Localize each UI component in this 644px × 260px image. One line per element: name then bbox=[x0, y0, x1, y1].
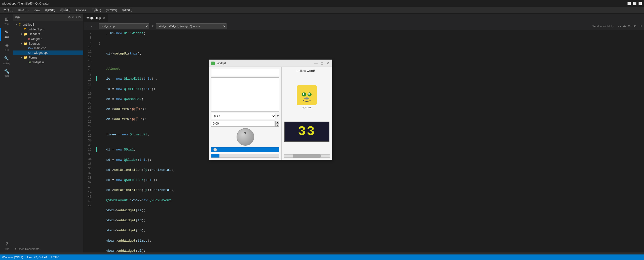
tree-item-untitled3pro[interactable]: ⚙ untitled3.pro bbox=[13, 27, 83, 32]
debug-icon: 🔧 bbox=[4, 56, 10, 62]
line-num-40: 40 bbox=[84, 185, 93, 190]
tree-item-widgetcpp[interactable]: C++ widget.cpp bbox=[13, 50, 83, 55]
pro-file-icon: ⚙ bbox=[24, 27, 27, 31]
widget-right-scrollbar[interactable] bbox=[284, 154, 330, 158]
svg-point-4 bbox=[308, 93, 310, 95]
help-icon: ? bbox=[5, 241, 8, 247]
tree-item-widgetui[interactable]: 🗎 widget.ui bbox=[13, 60, 83, 65]
widget-text-edit[interactable] bbox=[211, 77, 279, 112]
menu-debug[interactable]: 调试(D) bbox=[58, 8, 73, 13]
svg-point-0 bbox=[299, 88, 314, 103]
widget-logo-container: QQTUBE bbox=[297, 85, 317, 109]
open-documents-arrow: ▶ bbox=[15, 248, 17, 250]
widget-hellow-label: hellow word! bbox=[297, 69, 317, 73]
nav-forward-button[interactable]: › bbox=[90, 24, 93, 29]
status-line-col: Line: 42, Col: 41 bbox=[27, 256, 47, 259]
widget-lcd-display: 33 bbox=[284, 122, 329, 142]
project-folder-icon: ⚙ bbox=[19, 23, 22, 26]
widget-close-button[interactable]: ✕ bbox=[326, 61, 330, 65]
line-num-17: 17 bbox=[84, 78, 93, 82]
widget-left-panel: 傻子1 傻子2 ▼ 0:00 ▲ ▼ bbox=[209, 67, 282, 160]
menu-edit[interactable]: 编辑(E) bbox=[16, 8, 31, 13]
nav-up-button[interactable]: ↑ bbox=[94, 24, 98, 29]
sidebar-icons: ⊞ 欢迎 ✎ 编辑 ◈ 设计 🔧 Debug 🔧 项目 ? 帮助 bbox=[0, 14, 13, 252]
line-num-35: 35 bbox=[84, 162, 93, 167]
nav-back-button[interactable]: ‹ bbox=[86, 24, 89, 29]
add-button[interactable]: + bbox=[75, 15, 78, 20]
line-num-27: 27 bbox=[84, 124, 93, 129]
tab-close-button[interactable]: ✕ bbox=[103, 16, 105, 20]
line-num-30: 30 bbox=[84, 138, 93, 143]
edit-label: 编辑 bbox=[5, 36, 9, 39]
tree-item-forms[interactable]: ▼ 📁 Forms bbox=[13, 55, 83, 60]
time-up-button[interactable]: ▲ bbox=[275, 121, 279, 124]
menu-view[interactable]: View bbox=[31, 8, 43, 13]
code-line-27: vbox->addWidget(td); bbox=[97, 218, 644, 223]
dial-knob bbox=[244, 132, 246, 134]
tree-item-sources[interactable]: ▼ 📁 Sources bbox=[13, 41, 83, 46]
line-num-21: 21 bbox=[84, 96, 93, 101]
code-line-7: , ui(new Ui::Widget) bbox=[97, 31, 644, 36]
widget-slider[interactable] bbox=[211, 147, 279, 152]
cpp-file-icon-main: C++ bbox=[28, 47, 33, 50]
menu-build[interactable]: 构建(B) bbox=[43, 8, 58, 13]
time-down-button[interactable]: ▼ bbox=[275, 124, 279, 127]
widget-title-bar[interactable]: Widget — □ ✕ bbox=[209, 60, 332, 67]
sidebar-item-welcome[interactable]: ⊞ 欢迎 bbox=[0, 15, 13, 28]
panel-bottom: ▶ Open Documents... bbox=[13, 245, 83, 252]
tree-item-maincpp[interactable]: C++ main.cpp bbox=[13, 46, 83, 50]
maximize-button[interactable]: ❐ bbox=[633, 2, 636, 5]
sidebar-item-edit[interactable]: ✎ 编辑 bbox=[0, 28, 13, 41]
widget-maximize-button[interactable]: □ bbox=[320, 61, 324, 65]
scrollbar-thumb bbox=[293, 154, 320, 158]
sidebar-item-help[interactable]: ? 帮助 bbox=[0, 239, 13, 252]
menu-file[interactable]: 文件(F) bbox=[1, 8, 16, 13]
line-num-29: 29 bbox=[84, 134, 93, 138]
widget-time-edit[interactable]: 0:00 bbox=[211, 121, 275, 127]
edit-icon: ✎ bbox=[5, 29, 9, 35]
code-line-8: { bbox=[97, 41, 644, 46]
link-button[interactable]: ⇄ bbox=[71, 15, 75, 20]
sidebar-item-debug[interactable]: 🔧 Debug bbox=[0, 54, 13, 67]
svg-point-5 bbox=[304, 97, 309, 99]
menu-tools[interactable]: 工具(T) bbox=[89, 8, 104, 13]
tree-label-forms: Forms bbox=[29, 56, 37, 59]
menu-controls[interactable]: 控件(W) bbox=[104, 8, 120, 13]
code-line-25: QVBoxLayout *vbox=new QVBoxLayout; bbox=[97, 198, 644, 203]
widget-combo-box[interactable]: 傻子1 傻子2 bbox=[211, 113, 276, 119]
code-line-12: le = new QLineEdit(this) ; bbox=[97, 76, 644, 81]
menu-help[interactable]: 帮助(H) bbox=[120, 8, 135, 13]
sidebar-item-project[interactable]: 🔧 项目 bbox=[0, 67, 13, 80]
code-line-30: vbox->addWidget(dl); bbox=[97, 248, 644, 252]
widget-dial-container bbox=[211, 128, 279, 146]
sidebar-item-design[interactable]: ◈ 设计 bbox=[0, 41, 13, 54]
breadcrumb-select[interactable]: Widget::Widget(QWidget *) -> void bbox=[156, 23, 226, 29]
split-button[interactable]: ⧉ bbox=[78, 15, 81, 20]
filter-button[interactable]: ⊘ bbox=[67, 15, 71, 20]
menu-analyze[interactable]: Analyze bbox=[73, 8, 89, 13]
close-button[interactable]: ✕ bbox=[638, 2, 642, 5]
widget-line-edit[interactable] bbox=[211, 69, 279, 76]
minimize-button[interactable]: — bbox=[627, 2, 631, 5]
tab-bar: widget.cpp ✕ bbox=[84, 14, 644, 22]
code-editor[interactable]: 7 8 9 10 11 12 13 14 15 16 17 18 19 20 2… bbox=[84, 30, 644, 252]
path-separator: ▼ bbox=[150, 24, 155, 28]
file-path-select[interactable]: widget.cpp bbox=[99, 23, 149, 29]
line-num-32: 32 bbox=[84, 148, 93, 152]
tree-item-headers[interactable]: ▼ 📁 Headers bbox=[13, 32, 83, 36]
headers-folder-icon: 📁 bbox=[24, 32, 28, 36]
line-num-41: 41 bbox=[84, 190, 93, 194]
open-documents-button[interactable]: ▶ Open Documents... bbox=[15, 247, 42, 250]
widget-dial[interactable] bbox=[237, 128, 254, 146]
widget-combo-wrapper: 傻子1 傻子2 ▼ bbox=[211, 113, 279, 119]
project-icon: 🔧 bbox=[4, 69, 10, 74]
tree-item-untitled3[interactable]: ▼ ⚙ untitled3 bbox=[13, 22, 83, 27]
widget-minimize-button[interactable]: — bbox=[314, 61, 318, 65]
code-content[interactable]: , ui(new Ui::Widget) { ui->setupUi(this)… bbox=[95, 30, 644, 252]
forms-folder-icon: 📁 bbox=[24, 56, 28, 59]
widget-window: Widget — □ ✕ 傻子1 傻子2 ▼ 0:00 bbox=[209, 60, 332, 160]
time-spin-buttons: ▲ ▼ bbox=[275, 121, 279, 127]
folder-arrow-forms: ▼ bbox=[20, 56, 24, 59]
tab-widgetcpp[interactable]: widget.cpp ✕ bbox=[84, 14, 108, 22]
tree-item-widgeth[interactable]: h widget.h bbox=[13, 36, 83, 41]
